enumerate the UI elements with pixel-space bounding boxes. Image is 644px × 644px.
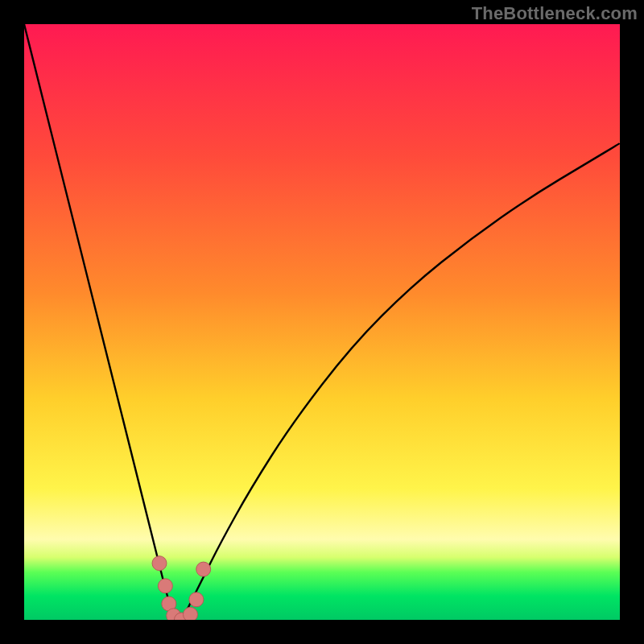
plot-area [24, 24, 620, 620]
curve-marker [152, 556, 167, 571]
watermark-text: TheBottleneck.com [472, 3, 638, 24]
marker-group [152, 556, 211, 620]
curve-marker [167, 609, 181, 620]
curve-marker [174, 613, 188, 620]
curve-marker [196, 562, 211, 576]
bottleneck-curve-svg [24, 24, 620, 620]
bottleneck-curve [24, 24, 620, 618]
curve-marker [158, 579, 172, 593]
chart-container: TheBottleneck.com [0, 0, 644, 644]
curve-marker [184, 607, 198, 620]
curve-marker [162, 597, 176, 611]
curve-marker [189, 592, 204, 607]
